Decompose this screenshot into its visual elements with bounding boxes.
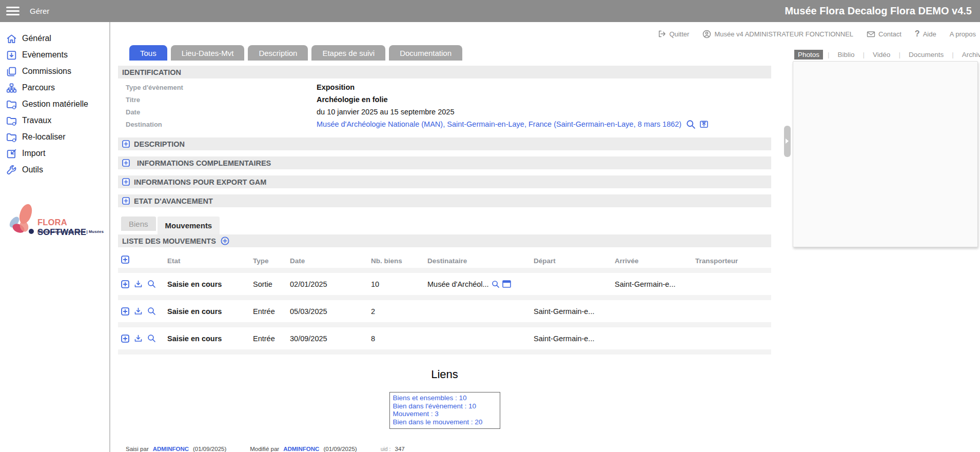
sidebar-item-relocaliser[interactable]: Re-localiser <box>0 129 109 145</box>
tab-etapes-de-suivi[interactable]: Etapes de suivi <box>311 45 385 61</box>
col-depart[interactable]: Départ <box>534 257 615 265</box>
cell-type: Sortie <box>253 280 290 288</box>
sidebar-item-travaux[interactable]: Travaux <box>0 112 109 129</box>
sidebar-item-commissions[interactable]: Commissions <box>0 63 109 80</box>
uid-value: 347 <box>395 446 405 452</box>
contact-button[interactable]: Contact <box>867 30 901 38</box>
table-row[interactable]: Saisie en cours Entrée 05/03/2025 2 Sain… <box>118 300 771 322</box>
aide-label: Aide <box>923 30 936 38</box>
modifie-user-link[interactable]: ADMINFONC <box>283 446 319 452</box>
top-bar: Gérer Musée Flora Decalog Flora DEMO v4.… <box>0 0 980 22</box>
section-description[interactable]: DESCRIPTION <box>118 137 771 150</box>
window-icon[interactable] <box>502 280 511 288</box>
col-nb-biens[interactable]: Nb. biens <box>371 257 427 265</box>
open-window-icon[interactable] <box>699 120 709 129</box>
link-mouvement[interactable]: Mouvement : 3 <box>393 410 497 418</box>
download-tray-icon[interactable] <box>134 334 143 343</box>
col-destinataire[interactable]: Destinataire <box>427 257 534 265</box>
media-tab-biblio[interactable]: Biblio <box>834 50 858 60</box>
media-tab-photos[interactable]: Photos <box>794 50 823 60</box>
subtab-biens[interactable]: Biens <box>121 217 156 231</box>
media-tabs: Photos | Biblio | Vidéo | Documents | Ar… <box>794 49 980 60</box>
add-row-icon[interactable] <box>121 256 129 264</box>
cell-destinataire: Musée d'Archéol... <box>427 280 534 288</box>
tab-tous[interactable]: Tous <box>129 45 167 61</box>
import-icon <box>6 148 17 160</box>
aide-button[interactable]: ? Aide <box>915 29 936 38</box>
col-date[interactable]: Date <box>290 257 371 265</box>
download-tray-icon[interactable] <box>134 280 143 288</box>
col-etat[interactable]: Etat <box>167 257 253 265</box>
cell-date: 30/09/2025 <box>290 335 371 343</box>
sidebar-item-parcours[interactable]: Parcours <box>0 80 109 96</box>
cell-depart: Saint-Germain-e... <box>534 335 615 343</box>
biens-mouvements-subtabs: Biens Mouvements <box>121 217 771 231</box>
app-title: Musée Flora Decalog Flora DEMO v4.5 <box>785 5 972 17</box>
tab-separator: | <box>947 51 958 58</box>
add-mouvement-icon[interactable] <box>221 237 229 245</box>
user-label: Musée v4 ADMINISTRATEUR FONCTIONNEL <box>714 30 853 38</box>
a-propos-button[interactable]: A propos <box>950 30 976 38</box>
sidebar-item-label: Général <box>22 34 51 43</box>
media-tab-documents[interactable]: Documents <box>905 50 947 60</box>
cell-etat: Saisie en cours <box>167 280 253 288</box>
add-icon[interactable] <box>121 280 129 288</box>
tab-description[interactable]: Description <box>248 45 308 61</box>
expand-plus-icon[interactable] <box>122 159 130 167</box>
subtab-mouvements[interactable]: Mouvements <box>158 217 220 234</box>
identification-title: IDENTIFICATION <box>122 68 181 76</box>
search-icon[interactable] <box>686 120 696 129</box>
field-value: du 10 janvier 2025 au 15 septembre 2025 <box>317 108 454 116</box>
logo-dot <box>29 229 34 234</box>
table-row[interactable]: Saisie en cours Entrée 30/09/2025 8 Sain… <box>118 327 771 349</box>
search-icon[interactable] <box>147 280 156 288</box>
media-tab-archives[interactable]: Archives <box>958 50 980 60</box>
sidebar-item-gestion-materielle[interactable]: Gestion matérielle <box>0 96 109 112</box>
panel-splitter-handle[interactable] <box>784 126 791 157</box>
link-biens-et-ensembles[interactable]: Biens et ensembles : 10 <box>393 394 497 402</box>
sidebar-item-import[interactable]: Import <box>0 145 109 162</box>
search-icon[interactable] <box>492 280 500 288</box>
sidebar-item-general[interactable]: Général <box>0 30 109 47</box>
download-tray-icon[interactable] <box>134 307 143 316</box>
add-icon[interactable] <box>121 335 129 343</box>
liens-title: Liens <box>118 368 771 381</box>
saisi-user-link[interactable]: ADMINFONC <box>153 446 189 452</box>
wrench-icon <box>6 164 17 176</box>
table-row[interactable]: Saisie en cours Sortie 02/01/2025 10 Mus… <box>118 273 771 295</box>
folder-gear-icon <box>6 99 17 110</box>
add-icon[interactable] <box>121 307 129 316</box>
sidebar-item-label: Commissions <box>22 67 71 76</box>
quitter-button[interactable]: Quitter <box>658 30 689 38</box>
sidebar-item-evenements[interactable]: Evènements <box>0 47 109 63</box>
hamburger-menu-icon[interactable] <box>6 7 19 15</box>
section-informations-complementaires[interactable]: INFORMATIONS COMPLEMENTAIRES <box>118 156 771 169</box>
quitter-label: Quitter <box>669 30 689 38</box>
media-tab-video[interactable]: Vidéo <box>869 50 894 60</box>
sidebar-item-label: Re-localiser <box>22 132 65 142</box>
search-icon[interactable] <box>147 307 156 316</box>
tab-documentation[interactable]: Documentation <box>389 45 462 61</box>
modifie-label: Modifié par <box>250 446 279 452</box>
cell-arrivee: Saint-Germain-e... <box>615 280 695 288</box>
search-icon[interactable] <box>147 334 156 343</box>
destination-link[interactable]: Musée d'Archéologie Nationale (MAN), Sai… <box>317 120 681 128</box>
link-bien-dans-evenement[interactable]: Bien dans l'évènement : 10 <box>393 402 497 410</box>
col-transporteur[interactable]: Transporteur <box>695 257 771 265</box>
user-account[interactable]: Musée v4 ADMINISTRATEUR FONCTIONNEL <box>702 30 853 38</box>
expand-plus-icon[interactable] <box>122 178 130 186</box>
tab-separator: | <box>894 51 905 58</box>
section-etat-avancement[interactable]: ETAT D'AVANCEMENT <box>118 194 771 207</box>
section-title: INFORMATIONS POUR EXPORT GAM <box>134 178 266 186</box>
col-type[interactable]: Type <box>253 257 290 265</box>
field-value: Archéologie en folie <box>317 95 388 104</box>
mouvements-table-header: Etat Type Date Nb. biens Destinataire Dé… <box>118 253 771 268</box>
section-informations-export-gam[interactable]: INFORMATIONS POUR EXPORT GAM <box>118 175 771 188</box>
expand-plus-icon[interactable] <box>122 140 130 148</box>
col-arrivee[interactable]: Arrivée <box>615 257 695 265</box>
sidebar-item-outils[interactable]: Outils <box>0 162 109 178</box>
tab-lieu-dates-mvt[interactable]: Lieu-Dates-Mvt <box>171 45 245 61</box>
link-bien-dans-mouvement[interactable]: Bien dans le mouvement : 20 <box>393 418 497 426</box>
expand-plus-icon[interactable] <box>122 197 130 205</box>
cell-nb-biens: 2 <box>371 307 427 316</box>
